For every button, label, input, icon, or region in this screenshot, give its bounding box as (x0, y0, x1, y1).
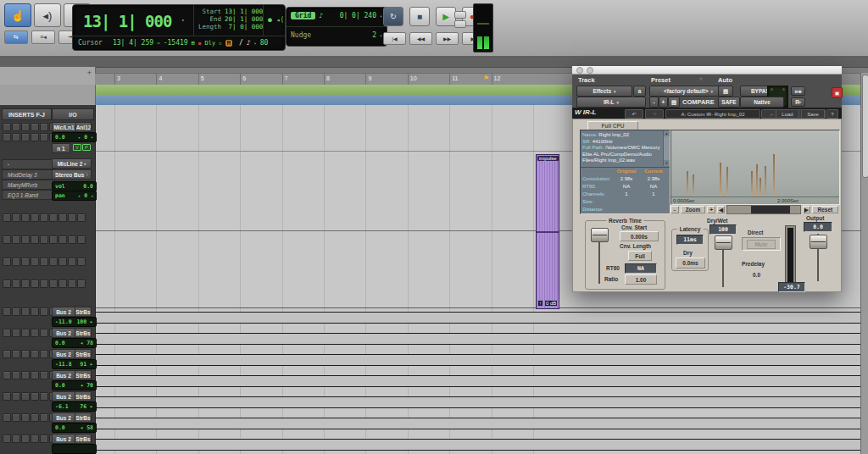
display-scroll-thumb[interactable] (751, 206, 790, 213)
display-scrollbar[interactable] (726, 205, 801, 214)
reverb-time-fader[interactable] (591, 228, 609, 242)
reset-button[interactable]: Reset (812, 206, 838, 213)
scrollbar-thumb[interactable] (862, 75, 868, 178)
bus-track-lane[interactable] (95, 418, 868, 429)
native-button[interactable]: Native (740, 97, 784, 108)
load-button[interactable]: Load (776, 109, 799, 119)
window-close-icon[interactable] (576, 67, 583, 74)
bus-vol-pan-bar[interactable]: -11.0100 ▸ (52, 317, 97, 327)
bus-input-selector[interactable]: StrBs (75, 412, 92, 423)
target-button[interactable]: ▣ (832, 87, 843, 98)
bus-volume[interactable]: -11.8 (55, 361, 72, 368)
track2-input-selector[interactable]: MicLine 2▾ (52, 158, 92, 169)
bus-output-selector[interactable]: Bus 2 (52, 328, 75, 338)
clip-gain-badge[interactable]: ↑ 0 dB (537, 300, 558, 307)
bus-insert-slots[interactable] (3, 307, 58, 316)
grid-note-icon[interactable]: ♪ (319, 12, 323, 19)
length-value[interactable]: 7| 0| 000 (223, 23, 264, 30)
empty-insert-row[interactable] (3, 235, 86, 244)
scroll-down-icon[interactable]: ▼ (664, 160, 670, 166)
compare-button[interactable]: COMPARE (682, 98, 715, 106)
save-button[interactable]: Save (801, 109, 825, 119)
bus-input-selector[interactable]: StrBs (75, 307, 92, 317)
track-selector[interactable]: Effects▾ (576, 86, 632, 97)
delay-indicator[interactable]: Dly (204, 40, 215, 47)
bus-track-lane[interactable] (95, 354, 868, 366)
ir-waveform-display[interactable]: 0.000Sec 2.000Sec (670, 130, 840, 205)
bus-vol-pan-bar[interactable]: 0.0◂ 70 (52, 380, 97, 390)
track1-send-slots[interactable] (3, 133, 58, 141)
empty-insert-row[interactable] (3, 213, 86, 222)
track2-output-selector[interactable]: Stereo Bus↕ (52, 169, 92, 180)
timeline-link-icon[interactable]: ⊞ (192, 40, 195, 47)
drywet-fader[interactable] (715, 235, 732, 250)
cnv-start-value[interactable]: 0.000s (620, 231, 659, 241)
bus-pan[interactable]: 100 ▸ (76, 318, 93, 325)
bus-pan[interactable]: ◂ 78 (80, 340, 93, 346)
plugin-titlebar[interactable] (572, 66, 842, 75)
rewind-button[interactable]: ◀◀ (409, 32, 432, 45)
cnv-length-value[interactable]: Full (628, 251, 652, 261)
transport-expand-button-top[interactable] (454, 11, 466, 19)
bus-insert-slots[interactable] (3, 392, 58, 401)
bus-volume[interactable]: 0.0 (55, 382, 65, 389)
track1-pan[interactable]: ▸ 0 ▾ (78, 134, 93, 141)
zoom-label-button[interactable]: Zoom (681, 206, 705, 213)
track1-v-button[interactable]: V (73, 144, 81, 151)
bus-output-selector[interactable]: Bus 2 (52, 307, 75, 317)
vertical-scrollbar[interactable] (860, 73, 868, 454)
track1-view-buttons[interactable]: V P (73, 144, 91, 151)
bus-vol-pan-bar[interactable] (52, 444, 97, 454)
scroll-left-button[interactable]: ◀ (717, 206, 725, 213)
online-button[interactable]: ↻ (383, 7, 403, 26)
help-button[interactable]: ? (826, 109, 838, 119)
bus-vol-pan-bar[interactable]: 0.0◂ 78 (52, 338, 97, 348)
track2-insert-eq3[interactable]: EQ3 1-Band (2, 190, 55, 200)
bus-vol-pan-bar[interactable]: 0.0◂ 58 (52, 423, 97, 433)
bus-output-selector[interactable]: Bus 2 (52, 349, 75, 359)
bus-volume[interactable]: -6.1 (55, 403, 69, 410)
bus-track-lane[interactable] (95, 312, 868, 324)
track2-volume[interactable]: 0.0 (83, 183, 93, 190)
preset-increment-button[interactable]: + (659, 97, 668, 108)
bus-volume[interactable]: -11.0 (55, 318, 72, 325)
scroll-right-button[interactable]: ▶ (803, 206, 810, 213)
bus-input-selector[interactable]: StrBs (75, 370, 92, 380)
track1-volume[interactable]: 0.0 (55, 134, 65, 141)
main-counter-value[interactable]: 13| 1| 000 (83, 12, 171, 30)
bus-pan[interactable]: ◂ 58 (80, 424, 93, 431)
bus-vol-pan-bar[interactable]: -6.176 ▸ (52, 401, 97, 412)
scroll-up-icon[interactable]: ▲ (664, 130, 670, 136)
bus-pan[interactable]: ◂ 70 (80, 382, 93, 389)
bus-output-selector[interactable]: Bus 2 (52, 434, 75, 444)
bus-track-lane[interactable] (95, 439, 868, 451)
transport-expand-button-bottom[interactable] (454, 20, 466, 28)
track2-insert-slot-empty[interactable]: ▪ (2, 159, 55, 169)
bus-track-lane[interactable] (95, 375, 868, 387)
bus-track-lane[interactable] (95, 396, 868, 408)
phase-link-button[interactable]: ⊖⊕ (791, 86, 805, 96)
bus-input-selector[interactable]: StrBs (75, 349, 92, 359)
bus-vol-pan-bar[interactable]: -11.891 ▸ (52, 359, 97, 369)
undo-button[interactable]: ↶ (625, 109, 643, 119)
nudge-dropdown-icon[interactable]: ▾ (380, 33, 382, 38)
ruler-add-icon[interactable]: + (87, 69, 92, 77)
play-button[interactable]: ▶ (436, 7, 456, 26)
return-to-zero-button[interactable]: |◀ (383, 32, 406, 45)
counter-dropdown-icon[interactable]: ▾ (181, 17, 185, 23)
preset-selector[interactable]: <factory default>▾ (649, 86, 727, 97)
track2-pan[interactable]: ▸ 0 ◂ (78, 192, 93, 199)
bus-insert-slots[interactable] (3, 435, 58, 443)
insert-position-button[interactable]: a (633, 86, 646, 97)
settings-menu-button[interactable]: ▤ (668, 97, 680, 108)
bus-output-selector[interactable]: Bus 2 (52, 370, 75, 380)
info-scrollbar[interactable]: ▲ ▼ (663, 130, 670, 166)
track1-input-selector[interactable]: Mic/Ln1 (52, 122, 76, 132)
note-icon[interactable]: ♪ (247, 39, 251, 47)
track1-group-selector[interactable]: n 1 (52, 143, 70, 153)
bus-track-lane[interactable] (95, 333, 868, 345)
ratio-value[interactable]: 1.00 (625, 274, 657, 285)
tempo-value[interactable]: 80 (260, 39, 269, 47)
preset-decrement-button[interactable]: - (649, 97, 659, 108)
main-counter-display[interactable]: 13| 1| 000 ▾ Start 13| 1| 000 End 20| 1|… (72, 4, 286, 51)
